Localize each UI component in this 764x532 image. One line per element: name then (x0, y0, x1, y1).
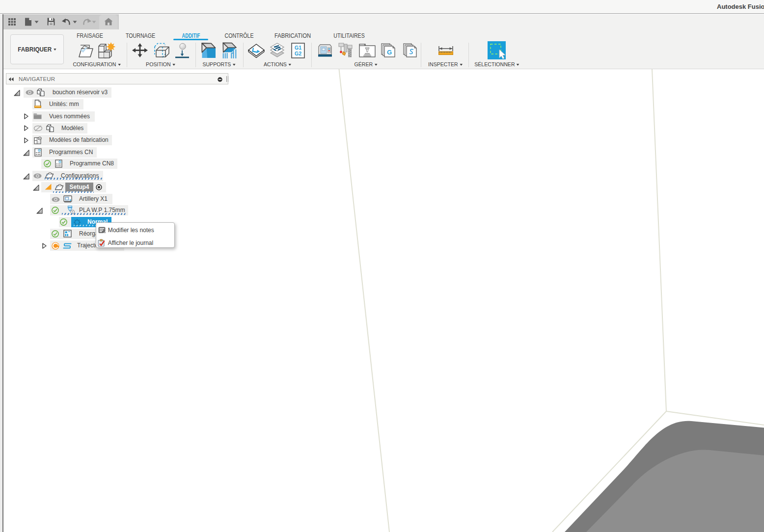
svg-text:G: G (387, 49, 392, 56)
svg-text:G1: G1 (295, 45, 301, 51)
svg-text:G2: G2 (295, 51, 301, 56)
svg-text:G: G (38, 149, 41, 152)
svg-text:G: G (58, 160, 61, 163)
